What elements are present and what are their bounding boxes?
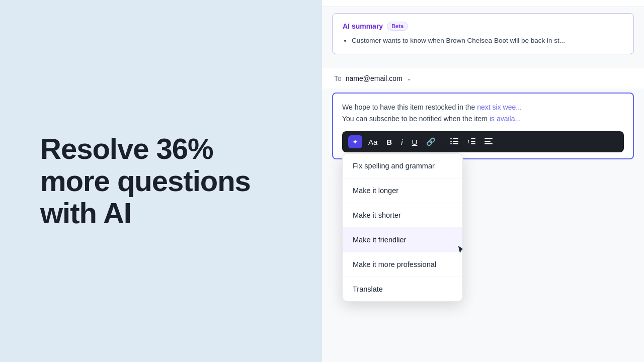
svg-rect-8 [471,141,475,142]
link-button[interactable]: 🔗 [423,135,439,148]
svg-rect-9 [471,143,475,144]
to-email-value[interactable]: name@email.com [346,74,403,82]
ai-summary-header: AI summary Beta [343,22,623,31]
editor-container[interactable]: We hope to have this item restocked in t… [332,93,634,159]
beta-badge: Beta [387,22,408,31]
ai-assist-button[interactable]: ✦ [348,135,362,148]
sparkle-icon: ✦ [352,138,358,146]
ordered-list-button[interactable]: 1. [464,136,478,148]
dropdown-item-fix-spelling[interactable]: Fix spelling and grammar [343,154,462,178]
dropdown-item-make-friendlier[interactable]: Make it friendlier [343,228,462,252]
svg-text:1.: 1. [467,139,471,144]
editor-line-1: We hope to have this item restocked in t… [342,102,624,113]
chevron-down-icon: ⌄ [407,75,412,82]
ai-summary-label: AI summary [343,22,383,30]
svg-rect-7 [471,138,475,139]
dropdown-item-translate[interactable]: Translate [343,277,462,301]
ai-dropdown-menu: Fix spelling and grammar Make it longer … [342,153,463,302]
spacer [322,60,644,68]
dropdown-item-make-longer[interactable]: Make it longer [343,178,462,203]
highlight-1: next six wee... [477,103,522,111]
underline-button[interactable]: U [409,136,421,148]
ai-summary-content: Customer wants to know when Brown Chelse… [343,36,623,46]
svg-rect-2 [450,141,452,142]
right-panel: AI summary Beta Customer wants to know w… [322,0,644,362]
ai-summary-bullet: Customer wants to know when Brown Chelse… [352,36,623,46]
editor-content[interactable]: We hope to have this item restocked in t… [333,94,633,131]
editor-toolbar: ✦ Aa B i U 🔗 1. [342,131,624,152]
hero-heading: Resolve 36% more questions with AI [40,133,282,229]
highlight-2: is availa... [490,115,521,123]
to-field[interactable]: To name@email.com ⌄ [322,68,644,88]
svg-rect-10 [485,138,493,139]
left-panel: Resolve 36% more questions with AI [0,0,322,362]
svg-rect-12 [485,143,493,144]
bullet-list-button[interactable] [447,136,461,148]
align-icon [485,138,493,146]
dropdown-item-make-shorter[interactable]: Make it shorter [343,203,462,228]
svg-rect-3 [453,141,458,142]
font-button[interactable]: Aa [365,136,380,148]
svg-rect-1 [453,138,458,139]
ai-summary-card: AI summary Beta Customer wants to know w… [332,13,634,54]
bold-button[interactable]: B [383,136,395,148]
bullet-list-icon [450,138,458,146]
toolbar-divider [443,137,443,147]
to-label: To [334,74,342,82]
svg-rect-4 [450,143,452,144]
editor-line-2: You can subscribe to be notified when th… [342,113,624,124]
italic-button[interactable]: i [398,136,406,148]
ordered-list-icon: 1. [467,138,475,146]
svg-rect-5 [453,143,458,144]
top-bar [322,0,644,7]
dropdown-item-make-professional[interactable]: Make it more professional [343,252,462,277]
svg-rect-0 [450,138,452,139]
link-icon: 🔗 [426,137,436,146]
cursor-icon [455,244,463,256]
align-button[interactable] [481,136,496,148]
svg-rect-11 [485,141,491,142]
